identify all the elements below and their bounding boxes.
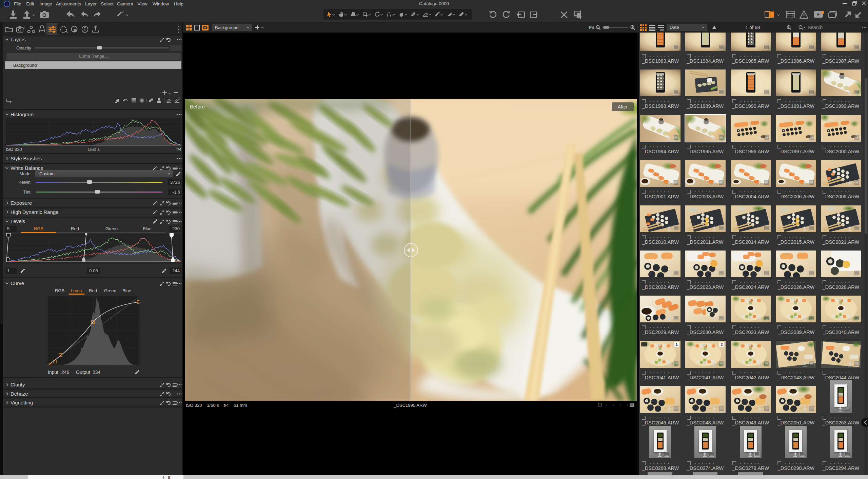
svg-text:1: 1	[6, 2, 8, 6]
